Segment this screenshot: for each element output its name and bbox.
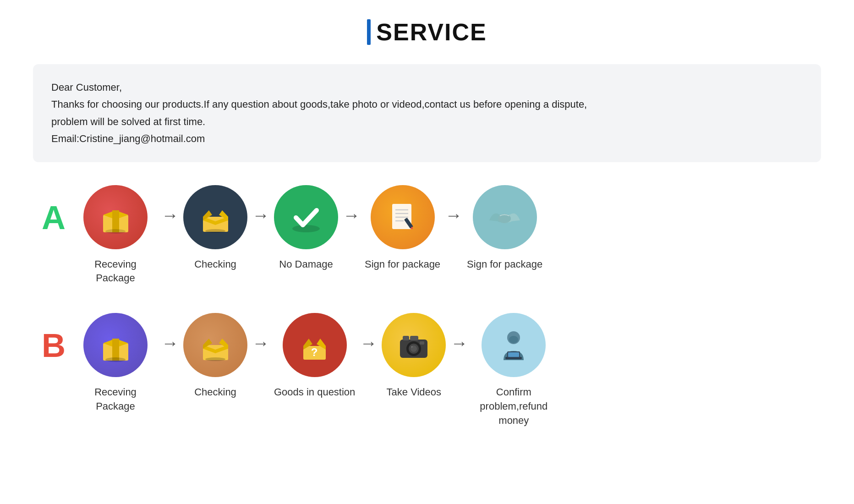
arrow-a2: → — [247, 185, 274, 225]
step-b4: Take Videos — [382, 313, 446, 400]
page-title: SERVICE — [376, 18, 487, 46]
flow-row-b: B Receving Package → — [33, 313, 821, 427]
info-line4: Email:Cristine_jiang@hotmail.com — [51, 130, 803, 147]
arrow-b4: → — [446, 313, 472, 353]
letter-a: A — [33, 185, 74, 236]
step-a4: Sign for package — [365, 185, 440, 272]
label-a2: Checking — [194, 257, 236, 272]
label-a3: No Damage — [279, 257, 333, 272]
label-b3: Goods in question — [274, 385, 355, 400]
label-b1: Receving Package — [74, 385, 157, 414]
icon-checking-a — [183, 185, 247, 249]
label-b2: Checking — [194, 385, 236, 400]
icon-receiving-a — [83, 185, 148, 249]
title-accent-bar — [367, 19, 371, 45]
step-b1: Receving Package — [74, 313, 157, 414]
svg-rect-45 — [508, 352, 519, 357]
label-a5: Sign for package — [467, 257, 542, 272]
icon-refund — [482, 313, 546, 377]
svg-point-10 — [292, 225, 320, 232]
label-b4: Take Videos — [387, 385, 441, 400]
arrow-b1: → — [157, 313, 183, 353]
label-a4: Sign for package — [365, 257, 440, 272]
label-a1: Receving Package — [74, 257, 157, 286]
arrow-a4: → — [440, 185, 467, 225]
step-a3: No Damage — [274, 185, 338, 272]
icon-no-damage — [274, 185, 338, 249]
svg-point-37 — [411, 346, 413, 348]
svg-rect-38 — [403, 336, 409, 340]
icon-checking-b — [183, 313, 247, 377]
step-a2: Checking — [183, 185, 247, 272]
arrow-b3: → — [355, 313, 382, 353]
info-line1: Dear Customer, — [51, 79, 803, 96]
svg-rect-2 — [112, 210, 119, 215]
svg-rect-40 — [410, 336, 418, 340]
step-b5: Confirm problem,refund money — [472, 313, 555, 427]
svg-rect-39 — [420, 341, 424, 345]
svg-point-28 — [205, 357, 225, 361]
icon-handshake — [473, 185, 537, 249]
icon-camera — [382, 313, 446, 377]
icon-question: ? — [283, 313, 347, 377]
arrow-a3: → — [338, 185, 365, 225]
info-box: Dear Customer, Thanks for choosing our p… — [33, 64, 821, 162]
letter-b: B — [33, 313, 74, 364]
svg-point-23 — [105, 357, 126, 362]
label-b5: Confirm problem,refund money — [472, 385, 555, 427]
arrow-a1: → — [157, 185, 183, 225]
svg-point-9 — [205, 229, 225, 233]
svg-point-18 — [498, 214, 511, 223]
icon-sign-a — [371, 185, 435, 249]
step-b3: ? Goods in question — [274, 313, 355, 400]
arrow-b2: → — [247, 313, 274, 353]
step-a5: Sign for package — [467, 185, 542, 272]
svg-point-42 — [509, 336, 518, 343]
step-a1: Receving Package — [74, 185, 157, 286]
step-b2: Checking — [183, 313, 247, 400]
info-line3: problem will be solved at first time. — [51, 113, 803, 130]
flow-items-b: Receving Package → Checking — [74, 313, 821, 427]
flow-row-a: A Receving Pac — [33, 185, 821, 286]
icon-receiving-b — [83, 313, 148, 377]
info-line2: Thanks for choosing our products.If any … — [51, 96, 803, 113]
svg-rect-21 — [112, 339, 119, 343]
svg-point-4 — [105, 229, 126, 234]
svg-text:?: ? — [311, 346, 318, 358]
page-header: SERVICE — [367, 18, 487, 46]
flow-items-a: Receving Package → — [74, 185, 821, 286]
